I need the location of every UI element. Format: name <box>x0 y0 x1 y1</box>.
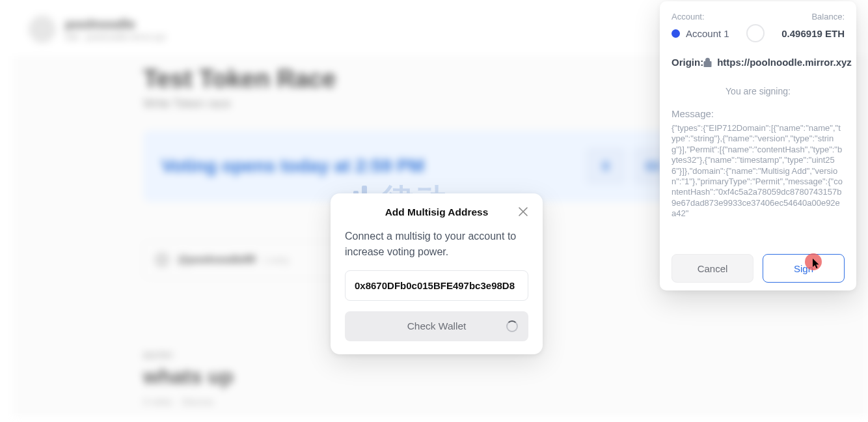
message-block[interactable]: Message: {"types":{"EIP712Domain":[{"nam… <box>671 108 845 245</box>
account-ring-icon <box>746 24 765 42</box>
add-multisig-modal: Add Multisig Address Connect a multisig … <box>331 193 543 354</box>
voting-banner: Voting opens today at 2:59 PM 0 03 40 <box>143 130 738 202</box>
wallet-account-row: Account 1 0.496919 ETH <box>671 24 845 42</box>
wallet-sign-panel: Account: Balance: Account 1 0.496919 ETH… <box>660 1 856 290</box>
modal-header: Add Multisig Address <box>345 206 528 218</box>
balance-value: 0.496919 ETH <box>781 28 845 39</box>
message-text: {"types":{"EIP712Domain":[{"name":"name"… <box>671 123 845 219</box>
wallet-top-row: Account: Balance: <box>671 12 845 21</box>
modal-title: Add Multisig Address <box>385 206 489 218</box>
page-subtitle: Write Token race <box>143 97 738 111</box>
account-left: Account 1 <box>671 28 729 39</box>
wallet-buttons: Cancel Sign <box>671 254 845 283</box>
cancel-button[interactable]: Cancel <box>671 254 753 283</box>
entry-name: @poolnoodle99 <box>178 254 256 266</box>
check-wallet-button[interactable]: Check Wallet <box>345 311 528 341</box>
origin-url: https://poolnoodle.mirror.xyz <box>717 57 852 68</box>
banner-text: Voting opens today at 2:59 PM <box>161 156 424 176</box>
wallet-origin: Origin: https://poolnoodle.mirror.xyz <box>671 57 845 68</box>
check-wallet-label: Check Wallet <box>407 320 467 332</box>
message-label: Message: <box>671 108 845 119</box>
page-title: Test Token Race <box>143 65 738 93</box>
multisig-address-input[interactable] <box>345 270 528 301</box>
close-icon[interactable] <box>517 205 530 218</box>
lock-icon <box>703 57 712 68</box>
balance-label: Balance: <box>811 12 845 21</box>
profile-name: poolnoodle <box>65 17 166 32</box>
account-label: Account: <box>671 12 705 21</box>
sign-label: Sign <box>794 263 813 274</box>
chip-discuss: Discuss <box>182 397 213 407</box>
spinner-icon <box>506 320 518 332</box>
section-chips: 0 votes Discuss <box>143 397 738 407</box>
stat-0: 0 <box>586 147 626 185</box>
entry-count: 1 entry <box>264 255 290 265</box>
chip-votes: 0 votes <box>143 397 172 407</box>
entry-avatar <box>154 252 170 268</box>
sign-button[interactable]: Sign <box>763 254 845 283</box>
profile-meta: edit · poolnoodle.mirror.xyz <box>65 32 166 42</box>
section-title: whats up <box>143 365 738 389</box>
account-name: Account 1 <box>686 28 729 39</box>
origin-label: Origin: <box>671 57 703 68</box>
origin-value: https://poolnoodle.mirror.xyz <box>703 57 852 68</box>
signing-caption: You are signing: <box>671 86 845 96</box>
avatar <box>29 16 56 43</box>
cancel-label: Cancel <box>698 263 728 274</box>
account-dot-icon <box>671 29 680 38</box>
modal-description: Connect a multisig to your account to in… <box>345 229 528 260</box>
